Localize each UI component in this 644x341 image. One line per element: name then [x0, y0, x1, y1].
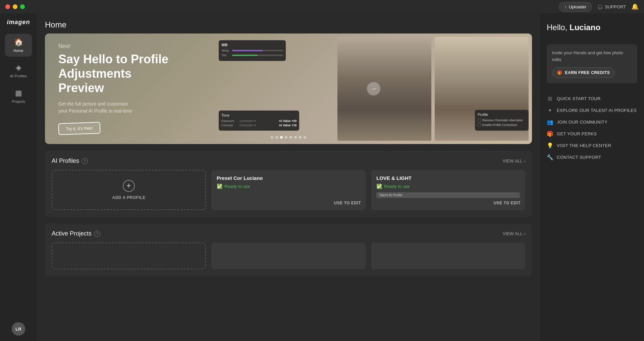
notification-bell-icon[interactable]: 🔔	[631, 3, 639, 10]
chevron-right-icon: ›	[524, 158, 525, 163]
hero-title: Say Hello to Profile Adjustments Preview	[58, 52, 172, 95]
use-to-edit-luciano-button[interactable]: USE TO EDIT	[334, 201, 361, 205]
close-button[interactable]	[5, 4, 10, 9]
help-center-label: VISIT THE HELP CENTER	[557, 143, 611, 148]
hello-text: Hello, Luciano	[547, 23, 637, 32]
page-header: Home	[37, 13, 540, 33]
app-layout: imagen 🏠 Home ◈ AI Profiles ▦ Projects L…	[0, 13, 644, 341]
next-slide-button[interactable]: →	[367, 82, 380, 95]
earn-credits-label: EARN FREE CREDITS	[565, 70, 610, 75]
use-to-edit-love-light-button[interactable]: USE TO EDIT	[493, 201, 521, 205]
minimize-button[interactable]	[13, 4, 17, 9]
talent-ai-badge: Talent AI Profile	[376, 192, 520, 198]
add-profile-label: ADD A PROFILE	[112, 195, 146, 200]
hero-new-label: New!	[58, 43, 172, 49]
maximize-button[interactable]	[20, 4, 25, 9]
dot-8[interactable]	[304, 136, 306, 139]
community-label: JOIN OUR COMMUNITY	[557, 120, 607, 125]
projects-icon: ▦	[15, 89, 22, 97]
add-profile-card[interactable]: + ADD A PROFILE	[52, 170, 206, 210]
add-project-card[interactable]	[52, 243, 206, 269]
tone-panel: Tone Exposure Correction ▾ AI Value +20 …	[219, 111, 299, 131]
user-avatar[interactable]: LR	[12, 322, 25, 336]
quick-start-label: QUICK START TOUR	[557, 96, 601, 101]
photo-before	[337, 37, 431, 141]
quick-links: ⊞ QUICK START TOUR ✦ EXPLORE OUR TALENT …	[547, 95, 637, 160]
quick-link-explore-talent[interactable]: ✦ EXPLORE OUR TALENT AI PROFILES	[547, 107, 637, 114]
title-bar-right: ↑ Uploader 🎧 SUPPORT 🔔	[559, 2, 639, 12]
active-projects-help-icon[interactable]: ?	[94, 231, 100, 237]
right-sidebar: Hello, Luciano Invite your friends and g…	[540, 13, 644, 341]
hero-cta-button[interactable]: Try it, it's free!	[58, 122, 100, 135]
sidebar-label-ai-profiles: AI Profiles	[10, 74, 27, 78]
dot-1[interactable]	[271, 136, 273, 139]
dot-5[interactable]	[289, 136, 292, 139]
explore-talent-icon: ✦	[547, 107, 553, 114]
quick-link-help-center[interactable]: 💡 VISIT THE HELP CENTER	[547, 142, 637, 149]
page-title: Home	[45, 20, 532, 29]
quick-link-contact-support[interactable]: 🔧 CONTACT SUPPORT	[547, 154, 637, 160]
perks-icon: 🎁	[547, 131, 553, 137]
hero-text: New! Say Hello to Profile Adjustments Pr…	[45, 33, 186, 144]
slide-dots	[271, 136, 306, 139]
profile-status-love-light: ✅ Ready to use	[376, 184, 520, 189]
ai-profiles-icon: ◈	[16, 63, 21, 72]
add-circle-icon: +	[123, 180, 135, 192]
profile-name-luciano: Preset Cor Luciano	[217, 175, 360, 181]
ai-profiles-title: AI Profiles ?	[52, 157, 88, 164]
hello-prefix: Hello,	[547, 23, 570, 32]
main-content: Home New! Say Hello to Profile Adjustmen…	[37, 13, 540, 341]
dot-3[interactable]	[280, 136, 283, 139]
invite-card: Invite your friends and get free photo e…	[547, 44, 637, 83]
dot-4[interactable]	[285, 136, 287, 139]
quick-link-community[interactable]: 👥 JOIN OUR COMMUNITY	[547, 119, 637, 125]
profile-card-luciano: Preset Cor Luciano ✅ Ready to use USE TO…	[211, 170, 366, 210]
sidebar-bottom: LR	[12, 322, 25, 336]
headset-icon: 🎧	[597, 4, 603, 9]
active-projects-cards	[52, 243, 525, 269]
wb-panel: WB Temp Tint	[219, 40, 286, 61]
support-button[interactable]: 🎧 SUPPORT	[597, 4, 626, 9]
gift-icon: 🎁	[557, 70, 562, 75]
dot-2[interactable]	[275, 136, 278, 139]
dot-7[interactable]	[299, 136, 302, 139]
hero-description: Get the full picture and customizeyour P…	[58, 100, 172, 115]
ai-profiles-view-all-button[interactable]: VIEW ALL ›	[502, 158, 525, 163]
window-controls	[5, 4, 25, 9]
sidebar-label-projects: Projects	[12, 99, 25, 104]
invite-text: Invite your friends and get free photo e…	[552, 50, 632, 63]
sidebar: imagen 🏠 Home ◈ AI Profiles ▦ Projects L…	[0, 13, 37, 341]
quick-link-perks[interactable]: 🎁 GET YOUR PERKS	[547, 131, 637, 137]
perks-label: GET YOUR PERKS	[557, 131, 597, 136]
logo: imagen	[7, 19, 30, 26]
hero-mockup: WB Temp Tint →	[215, 33, 532, 144]
project-card-2[interactable]	[371, 243, 525, 269]
hero-banner: New! Say Hello to Profile Adjustments Pr…	[45, 33, 532, 144]
ai-profiles-help-icon[interactable]: ?	[82, 158, 88, 164]
check-circle-icon: ✅	[217, 184, 222, 189]
contact-support-label: CONTACT SUPPORT	[557, 155, 601, 160]
active-projects-view-all-button[interactable]: VIEW ALL ›	[502, 231, 525, 236]
profiles-grid: + ADD A PROFILE Preset Cor Luciano ✅ Rea…	[52, 170, 525, 210]
community-icon: 👥	[547, 119, 553, 125]
sidebar-item-projects[interactable]: ▦ Projects	[5, 85, 32, 108]
uploader-button[interactable]: ↑ Uploader	[559, 2, 592, 12]
project-card-1[interactable]	[211, 243, 366, 269]
ai-profiles-section: AI Profiles ? VIEW ALL › + ADD A PROF	[45, 151, 532, 217]
quick-link-quick-start[interactable]: ⊞ QUICK START TOUR	[547, 95, 637, 102]
earn-credits-button[interactable]: 🎁 EARN FREE CREDITS	[552, 67, 615, 78]
ai-profiles-header: AI Profiles ? VIEW ALL ›	[52, 157, 525, 164]
contact-support-icon: 🔧	[547, 154, 553, 160]
hello-name: Luciano	[570, 23, 600, 32]
sidebar-item-home[interactable]: 🏠 Home	[5, 34, 32, 57]
profile-name-love-light: LOVE & LIGHT	[376, 175, 520, 181]
dot-6[interactable]	[294, 136, 297, 139]
support-label: SUPPORT	[605, 4, 626, 9]
home-icon: 🏠	[14, 38, 23, 47]
hero-visual: WB Temp Tint →	[215, 33, 532, 144]
hello-section: Hello, Luciano	[547, 20, 637, 38]
active-projects-header: Active Projects ? VIEW ALL ›	[52, 230, 525, 237]
quick-start-icon: ⊞	[547, 95, 553, 102]
profile-card-love-light: LOVE & LIGHT ✅ Ready to use Talent AI Pr…	[371, 170, 525, 210]
sidebar-item-ai-profiles[interactable]: ◈ AI Profiles	[5, 59, 32, 82]
